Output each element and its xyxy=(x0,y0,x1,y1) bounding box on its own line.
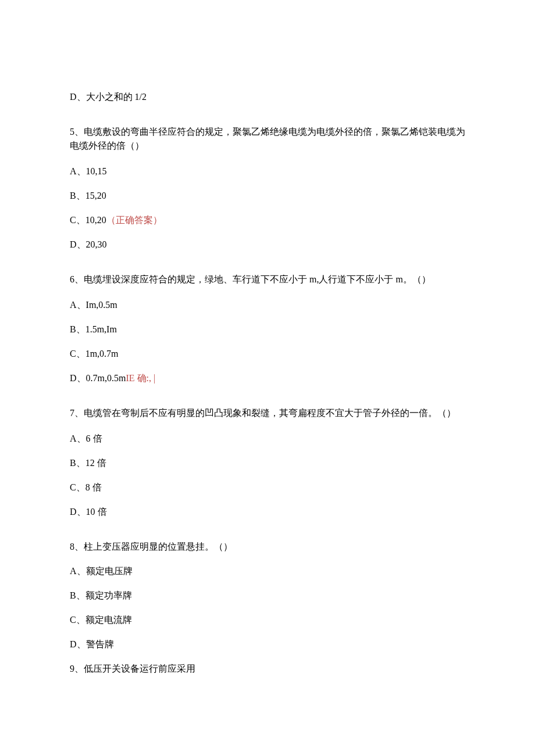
q5-option-c: C、10,20（正确答案） xyxy=(70,213,465,227)
q5-correct-answer-label: （正确答案） xyxy=(106,215,162,225)
q6-option-c: C、1m,0.7m xyxy=(70,347,465,361)
question-8: 8、柱上变压器应明显的位置悬挂。（） A、额定电压牌 B、额定功率牌 C、额定电… xyxy=(70,540,465,676)
q8-option-d: D、警告牌 xyxy=(70,637,465,651)
q6-option-d-text: D、0.7m,0.5m xyxy=(70,373,126,383)
q5-option-d: D、20,30 xyxy=(70,238,465,252)
q7-option-c: C、8 倍 xyxy=(70,481,465,495)
page-container: D、大小之和的 1/2 5、电缆敷设的弯曲半径应符合的规定，聚氯乙烯绝缘电缆为电… xyxy=(0,0,535,756)
q8-option-b: B、额定功率牌 xyxy=(70,589,465,603)
q7-option-a: A、6 倍 xyxy=(70,432,465,446)
q4-option-d: D、大小之和的 1/2 xyxy=(70,90,465,104)
q7-option-d: D、10 倍 xyxy=(70,505,465,519)
question-7: 7、电缆管在弯制后不应有明显的凹凸现象和裂缝，其弯扁程度不宜大于管子外径的一倍。… xyxy=(70,406,465,519)
q7-option-b: B、12 倍 xyxy=(70,456,465,470)
q6-option-a: A、Im,0.5m xyxy=(70,298,465,312)
q6-option-d: D、0.7m,0.5mIE 确:, | xyxy=(70,371,465,385)
q5-option-b: B、15,20 xyxy=(70,189,465,203)
q5-stem: 5、电缆敷设的弯曲半径应符合的规定，聚氯乙烯绝缘电缆为电缆外径的倍，聚氯乙烯铠装… xyxy=(70,125,465,153)
q8-option-a: A、额定电压牌 xyxy=(70,564,465,578)
question-4-fragment: D、大小之和的 1/2 xyxy=(70,90,465,104)
q8-option-c: C、额定电流牌 xyxy=(70,613,465,627)
q6-stem: 6、电缆埋设深度应符合的规定，绿地、车行道下不应小于 m,人行道下不应小于 m。… xyxy=(70,273,465,286)
q5-option-a: A、10,15 xyxy=(70,164,465,178)
q9-stem: 9、低压开关设备运行前应采用 xyxy=(70,662,465,676)
q5-option-c-text: C、10,20 xyxy=(70,215,106,225)
question-6: 6、电缆埋设深度应符合的规定，绿地、车行道下不应小于 m,人行道下不应小于 m。… xyxy=(70,273,465,385)
q6-correct-hint: IE 确:, | xyxy=(126,373,155,383)
q6-option-b: B、1.5m,Im xyxy=(70,323,465,336)
q7-stem: 7、电缆管在弯制后不应有明显的凹凸现象和裂缝，其弯扁程度不宜大于管子外径的一倍。… xyxy=(70,406,465,420)
q8-stem: 8、柱上变压器应明显的位置悬挂。（） xyxy=(70,540,465,554)
question-5: 5、电缆敷设的弯曲半径应符合的规定，聚氯乙烯绝缘电缆为电缆外径的倍，聚氯乙烯铠装… xyxy=(70,125,465,252)
